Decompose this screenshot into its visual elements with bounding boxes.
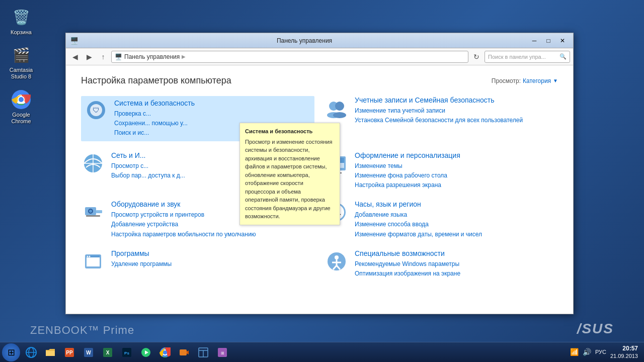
svg-point-55 bbox=[163, 350, 167, 354]
svg-text:Ps: Ps bbox=[124, 351, 129, 355]
network-link-2[interactable]: Выбор пар... доступа к д... bbox=[111, 171, 185, 180]
view-label: Просмотр: bbox=[492, 77, 521, 84]
address-bar[interactable]: 🖥️ Панель управления ▶ bbox=[111, 51, 468, 63]
system-security-link-2[interactable]: Сохранени... помощью у... bbox=[114, 119, 195, 128]
svg-point-35 bbox=[335, 255, 339, 259]
svg-point-8 bbox=[335, 102, 344, 111]
svg-rect-31 bbox=[87, 255, 100, 257]
hardware-link-3[interactable]: Настройка параметров мобильности по умол… bbox=[111, 230, 256, 239]
network-link-1[interactable]: Просмотр с... bbox=[111, 161, 185, 171]
window-title: Панель управления bbox=[81, 37, 528, 44]
taskbar-ps-icon[interactable]: Ps bbox=[118, 343, 136, 361]
taskbar-right: 📶 🔊 РУС 20:57 21.09.2013 bbox=[570, 345, 642, 360]
start-button[interactable]: ⊞ bbox=[2, 343, 20, 361]
network-text: Сеть и И... Просмотр с... Выбор пар... д… bbox=[111, 151, 185, 180]
taskbar: ⊞ PP bbox=[0, 342, 644, 362]
refresh-button[interactable]: ↻ bbox=[470, 51, 482, 63]
programs-title[interactable]: Программы bbox=[111, 249, 172, 257]
taskbar-time: 20:57 21.09.2013 bbox=[610, 345, 638, 360]
taskbar-chrome-icon[interactable] bbox=[156, 343, 174, 361]
taskbar-cam-icon[interactable] bbox=[175, 343, 193, 361]
brand-label: ZENBOOK™ Prime bbox=[30, 324, 134, 336]
clock-link-2[interactable]: Изменение способа ввода bbox=[355, 220, 482, 229]
accounts-icon bbox=[325, 96, 349, 120]
minimize-button[interactable]: ─ bbox=[528, 36, 541, 46]
personalization-link-1[interactable]: Изменение темы bbox=[355, 161, 460, 171]
personalization-link-2[interactable]: Изменение фона рабочего стола bbox=[355, 171, 460, 180]
accounts-link-1[interactable]: Изменение типа учетной записи bbox=[355, 106, 523, 116]
taskbar-ie-icon[interactable] bbox=[22, 343, 40, 361]
svg-text:W: W bbox=[86, 350, 91, 355]
address-arrow: ▶ bbox=[182, 54, 186, 59]
personalization-text: Оформление и персонализация Изменение те… bbox=[355, 151, 460, 191]
recycle-bin-icon[interactable]: 🗑️ Корзина bbox=[5, 5, 37, 38]
camtasia-label: CamtasiaStudio 8 bbox=[10, 67, 33, 80]
tooltip-title: Система и безопасность bbox=[245, 127, 335, 136]
hardware-title[interactable]: Оборудование и звук bbox=[111, 200, 256, 208]
recycle-bin-label: Корзина bbox=[11, 29, 32, 36]
taskbar-extra-icon[interactable]: ⊞ bbox=[213, 343, 231, 361]
google-chrome-icon[interactable]: GoogleChrome bbox=[5, 87, 37, 127]
view-dropdown-icon[interactable]: ▼ bbox=[553, 78, 558, 83]
network-icon bbox=[81, 151, 105, 175]
window-titlebar: 🖥️ Панель управления ─ □ ✕ bbox=[66, 33, 573, 48]
asus-logo: /SUS bbox=[577, 321, 614, 337]
content-title: Настройка параметров компьютера bbox=[81, 75, 231, 86]
svg-text:🛡: 🛡 bbox=[93, 106, 100, 114]
accessibility-link-2[interactable]: Оптимизация изображения на экране bbox=[355, 269, 460, 279]
chrome-label: GoogleChrome bbox=[11, 112, 31, 125]
control-panel-window: 🖥️ Панель управления ─ □ ✕ ◀ ▶ ↑ 🖥️ Пане… bbox=[65, 33, 574, 314]
accounts-link-2[interactable]: Установка Семейной безопасности для всех… bbox=[355, 116, 523, 125]
svg-text:X: X bbox=[106, 350, 110, 355]
search-bar[interactable]: Поиск в панели упра... 🔍 bbox=[485, 51, 570, 63]
personalization-link-3[interactable]: Настройка разрешения экрана bbox=[355, 180, 460, 190]
search-placeholder: Поиск в панели упра... bbox=[488, 54, 546, 60]
accounts-text: Учетные записи и Семейная безопасность И… bbox=[355, 96, 523, 125]
date-display: 21.09.2013 bbox=[610, 352, 638, 359]
svg-rect-23 bbox=[86, 215, 100, 217]
svg-point-10 bbox=[333, 112, 346, 118]
system-security-title[interactable]: Система и безопасность bbox=[114, 99, 195, 107]
taskbar-media-icon[interactable] bbox=[137, 343, 155, 361]
svg-point-32 bbox=[87, 255, 89, 257]
programs-icon bbox=[81, 249, 105, 274]
window-controls: ─ □ ✕ bbox=[528, 36, 569, 46]
view-mode-link[interactable]: Категория bbox=[523, 77, 551, 84]
category-programs: Программы Удаление программы bbox=[81, 249, 314, 279]
programs-link-1[interactable]: Удаление программы bbox=[111, 259, 172, 269]
svg-point-3 bbox=[19, 97, 24, 102]
accessibility-title[interactable]: Специальные возможности bbox=[355, 249, 460, 257]
system-security-link-3[interactable]: Поиск и ис... bbox=[114, 128, 195, 138]
svg-point-33 bbox=[89, 255, 91, 257]
up-button[interactable]: ↑ bbox=[97, 51, 109, 63]
hardware-link-1[interactable]: Просмотр устройств и принтеров bbox=[111, 210, 256, 220]
taskbar-window-icon[interactable] bbox=[194, 343, 212, 361]
category-clock: Часы, язык и регион Добавление языка Изм… bbox=[325, 200, 558, 239]
clock-link-1[interactable]: Добавление языка bbox=[355, 210, 482, 220]
back-button[interactable]: ◀ bbox=[69, 51, 81, 63]
category-accounts: Учетные записи и Семейная безопасность И… bbox=[325, 96, 558, 141]
accessibility-text: Специальные возможности Рекомендуемые Wi… bbox=[355, 249, 460, 279]
address-text: Панель управления bbox=[124, 53, 180, 60]
network-title[interactable]: Сеть и И... bbox=[111, 151, 185, 159]
personalization-title[interactable]: Оформление и персонализация bbox=[355, 151, 460, 159]
clock-link-3[interactable]: Изменение форматов даты, времени и чисел bbox=[355, 230, 482, 239]
close-button[interactable]: ✕ bbox=[556, 36, 569, 46]
tooltip-popup: Система и безопасность Просмотр и измене… bbox=[239, 123, 340, 225]
taskbar-language[interactable]: РУС bbox=[595, 349, 606, 355]
clock-title[interactable]: Часы, язык и регион bbox=[355, 200, 482, 208]
content-header: Настройка параметров компьютера Просмотр… bbox=[81, 75, 558, 86]
camtasia-icon[interactable]: 🎬 CamtasiaStudio 8 bbox=[5, 43, 37, 82]
accessibility-link-1[interactable]: Рекомендуемые Windows параметры bbox=[355, 259, 460, 269]
system-security-icon: 🛡 bbox=[84, 99, 108, 123]
accounts-title[interactable]: Учетные записи и Семейная безопасность bbox=[355, 96, 523, 104]
taskbar-pp-icon[interactable]: PP bbox=[60, 343, 78, 361]
system-security-link-1[interactable]: Проверка с... bbox=[114, 109, 195, 119]
taskbar-folder-icon[interactable] bbox=[41, 343, 59, 361]
hardware-link-2[interactable]: Добавление устройства bbox=[111, 220, 256, 229]
forward-button[interactable]: ▶ bbox=[83, 51, 95, 63]
taskbar-word-icon[interactable]: W bbox=[79, 343, 98, 361]
taskbar-excel-icon[interactable]: X bbox=[99, 343, 117, 361]
accessibility-icon bbox=[325, 249, 349, 274]
maximize-button[interactable]: □ bbox=[542, 36, 555, 46]
